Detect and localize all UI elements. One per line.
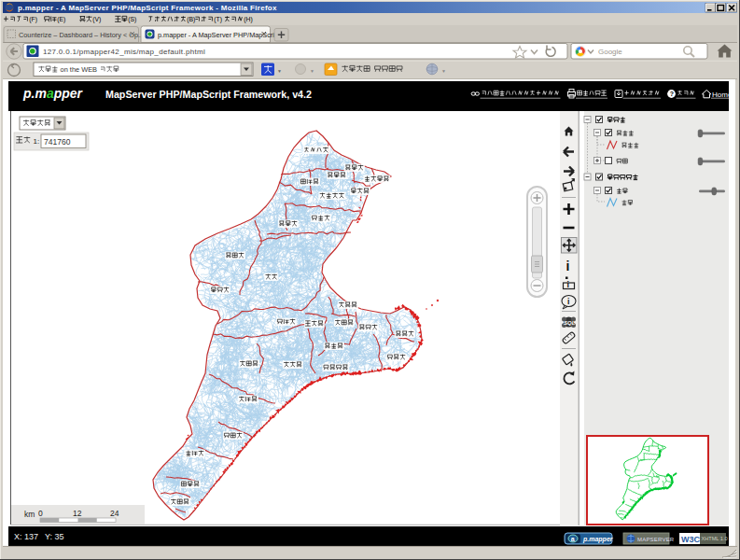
svg-text:(V): (V) <box>92 16 101 23</box>
svg-text:(H): (H) <box>244 16 252 23</box>
svg-text:km: km <box>24 510 35 519</box>
svg-text:127.0.0.1/pmapper42_mis/map_de: 127.0.0.1/pmapper42_mis/map_default.phtm… <box>43 48 205 56</box>
svg-text:XHTML 1.0: XHTML 1.0 <box>702 536 728 541</box>
svg-text:▼: ▼ <box>277 68 282 74</box>
svg-text:(E): (E) <box>57 16 65 23</box>
svg-text:Home: Home <box>712 91 733 99</box>
svg-text:MAPSERVER: MAPSERVER <box>637 537 675 542</box>
svg-text:24: 24 <box>110 509 119 518</box>
svg-text:MapServer PHP/MapScript Fram: MapServer PHP/MapScript Framework, v4.2 <box>105 89 312 100</box>
svg-text:W3C: W3C <box>681 535 701 544</box>
svg-text:▼: ▼ <box>310 68 314 74</box>
svg-text:on the WEB: on the WEB <box>61 65 98 74</box>
svg-text:i: i <box>567 297 569 306</box>
svg-text:a: a <box>571 536 575 542</box>
svg-text:741760: 741760 <box>44 137 71 147</box>
svg-text:p.mapper: p.mapper <box>582 536 614 543</box>
svg-text:12: 12 <box>73 509 82 518</box>
svg-text:i: i <box>566 259 570 273</box>
svg-text:Google: Google <box>598 48 622 56</box>
svg-text:?: ? <box>670 91 674 97</box>
svg-text:(S): (S) <box>128 16 136 23</box>
svg-text:Counterize – Dashboard – Histo: Counterize – Dashboard – History < Op... <box>19 31 144 39</box>
svg-text:p.mapper - A MapServer PHP/Map: p.mapper - A MapServer PHP/MapScript Fra… <box>18 4 277 12</box>
svg-text:(T): (T) <box>214 16 222 23</box>
svg-text:0: 0 <box>38 509 43 518</box>
svg-text:(B): (B) <box>187 16 195 23</box>
svg-text:Y: 35: Y: 35 <box>45 532 64 541</box>
svg-text:p.mapper: p.mapper <box>22 86 84 101</box>
svg-text:1:: 1: <box>34 137 40 146</box>
svg-text:SQL: SQL <box>564 320 576 326</box>
svg-text:i: i <box>567 280 570 289</box>
svg-text:X: 137: X: 137 <box>14 532 38 541</box>
svg-text:(F): (F) <box>29 16 37 23</box>
svg-text:▼: ▼ <box>441 68 446 74</box>
